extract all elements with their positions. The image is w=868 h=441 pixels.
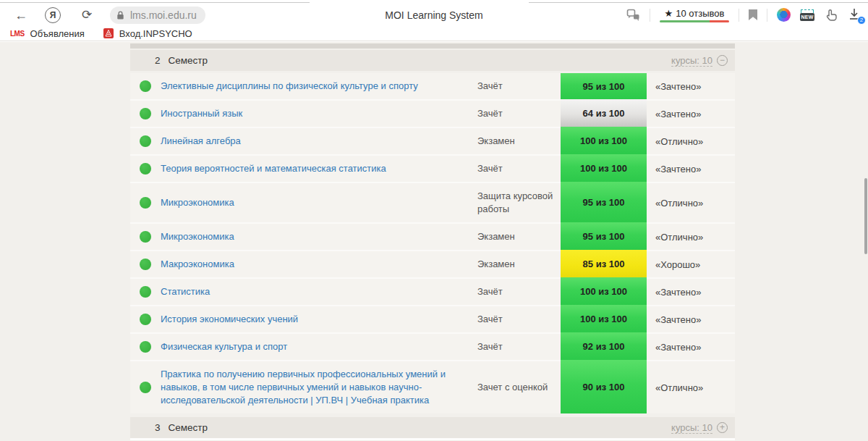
exam-type: Зачёт — [477, 279, 561, 305]
course-row: Физическая культура и спорт Зачёт 92 из … — [130, 334, 735, 360]
semester-title: Семестр — [169, 55, 208, 66]
exam-type: Экзамен — [477, 224, 561, 250]
course-link[interactable]: Микроэкономика — [161, 230, 234, 243]
exam-type: Зачёт — [477, 306, 561, 332]
course-row: Микроэкономика Экзамен 95 из 100 «Отличн… — [130, 224, 735, 250]
grade-text: «Отлично» — [647, 128, 735, 154]
bookmarks-bar: LMS Объявления Вход.INPSYCHO — [0, 26, 868, 41]
course-cell: История экономических учений — [161, 306, 477, 332]
course-link[interactable]: Теория вероятностей и математическая ста… — [161, 162, 386, 175]
course-cell: Линейная алгебра — [161, 128, 477, 154]
course-row: Макроэкономика Экзамен 85 из 100 «Хорошо… — [130, 251, 735, 277]
course-table-body: Элективные дисциплины по физической куль… — [130, 73, 735, 413]
score-badge: 100 из 100 — [561, 154, 647, 182]
course-cell: Микроэкономика — [161, 224, 477, 250]
chat-pins-icon[interactable] — [626, 9, 640, 22]
star-icon: ★ — [665, 8, 673, 19]
course-cell: Физическая культура и спорт — [161, 334, 477, 360]
bookmark-item-inpsycho[interactable]: Вход.INPSYCHO — [103, 28, 192, 39]
course-link[interactable]: Макроэкономика — [161, 258, 234, 271]
score-cell: 85 из 100 — [561, 251, 647, 277]
plus-circle-icon[interactable]: + — [717, 422, 728, 433]
scrollbar-thumb[interactable] — [864, 178, 867, 254]
course-link[interactable]: Статистика — [161, 285, 210, 298]
status-cell — [130, 156, 161, 182]
expand-section-control[interactable]: курсы: 10 + — [671, 422, 728, 434]
course-link[interactable]: Микроэкономика — [161, 196, 234, 209]
status-cell — [130, 334, 161, 360]
status-cell — [130, 128, 161, 154]
score-badge: 85 из 100 — [561, 250, 647, 277]
score-cell: 100 из 100 — [561, 279, 647, 305]
bookmark-label: Вход.INPSYCHO — [119, 28, 192, 39]
section-header-semester-2: 2 Семестр курсы: 10 − — [130, 50, 735, 71]
course-row: Элективные дисциплины по физической куль… — [130, 73, 735, 99]
course-link[interactable]: Линейная алгебра — [161, 135, 241, 148]
semester-title: Семестр — [169, 422, 208, 433]
status-cell — [130, 73, 161, 99]
exam-type: Зачёт — [477, 334, 561, 360]
screenshot-extension-icon[interactable]: NEW — [800, 9, 814, 21]
score-badge: 95 из 100 — [561, 222, 647, 250]
new-badge: NEW — [800, 13, 814, 21]
status-cell — [130, 101, 161, 127]
grade-text: «Отлично» — [647, 224, 735, 250]
yandex-logo-icon[interactable]: Я — [45, 7, 61, 23]
browser-toolbar: ← Я ⟳ lms.moi.edu.ru MOI Learning System… — [0, 4, 868, 26]
lms-favicon: LMS — [10, 30, 25, 38]
minus-circle-icon[interactable]: − — [717, 55, 728, 66]
status-dot-icon — [140, 259, 151, 270]
grade-text: «Зачтено» — [647, 279, 735, 305]
status-cell — [130, 183, 161, 222]
back-button[interactable]: ← — [10, 9, 32, 22]
course-link[interactable]: История экономических учений — [161, 313, 298, 326]
score-cell: 100 из 100 — [561, 156, 647, 182]
course-row: Статистика Зачёт 100 из 100 «Зачтено» — [130, 279, 735, 305]
status-dot-icon — [140, 286, 151, 298]
status-dot-icon — [140, 108, 151, 119]
course-cell: Практика по получению первичных професси… — [161, 361, 477, 413]
exam-type: Зачёт — [477, 156, 561, 182]
course-link[interactable]: Элективные дисциплины по физической куль… — [161, 80, 418, 93]
status-dot-icon — [140, 135, 151, 147]
collapse-section-control[interactable]: курсы: 10 − — [671, 55, 728, 67]
courses-count-link[interactable]: курсы: 10 — [671, 422, 712, 434]
grade-text: «Зачтено» — [647, 156, 735, 182]
status-cell — [130, 279, 161, 305]
site-rating[interactable]: ★ 10 отзывов — [660, 8, 729, 22]
glove-icon[interactable] — [824, 8, 838, 22]
bookmark-item-announcements[interactable]: LMS Объявления — [10, 28, 85, 39]
exam-type: Зачёт — [477, 73, 561, 99]
score-cell: 92 из 100 — [561, 334, 647, 360]
semester-number: 3 — [155, 422, 161, 433]
status-cell — [130, 361, 161, 413]
inpsycho-favicon — [103, 28, 114, 38]
score-badge: 100 из 100 — [561, 127, 647, 154]
score-cell: 64 из 100 — [561, 101, 647, 127]
grade-text: «Зачтено» — [647, 306, 735, 332]
course-link[interactable]: Физическая культура и спорт — [161, 340, 287, 353]
course-link[interactable]: Практика по получению первичных професси… — [161, 368, 464, 407]
score-badge: 90 из 100 — [561, 360, 647, 413]
bookmark-flag-icon[interactable] — [749, 9, 757, 20]
score-cell: 95 из 100 — [561, 224, 647, 250]
divider — [767, 9, 767, 22]
score-badge: 92 из 100 — [561, 332, 647, 360]
semester-number: 2 — [155, 55, 161, 66]
extension-circle-icon[interactable] — [777, 8, 791, 22]
courses-count-link[interactable]: курсы: 10 — [671, 55, 712, 67]
table-bottom-edge — [130, 438, 735, 440]
score-badge: 64 из 100 — [561, 99, 647, 127]
course-link[interactable]: Иностранный язык — [161, 107, 242, 120]
grade-text: «Отлично» — [647, 183, 735, 222]
course-row: Иностранный язык Зачёт 64 из 100 «Зачтен… — [130, 101, 735, 127]
lock-icon — [116, 10, 125, 20]
status-dot-icon — [140, 80, 151, 92]
tab-edge-left — [0, 2, 310, 3]
exam-type: Экзамен — [477, 251, 561, 277]
course-cell: Элективные дисциплины по физической куль… — [161, 73, 477, 99]
refresh-button[interactable]: ⟳ — [77, 9, 97, 21]
download-icon[interactable]: 2 — [848, 7, 862, 23]
bookmark-label: Объявления — [30, 28, 85, 39]
address-bar[interactable]: lms.moi.edu.ru — [110, 7, 205, 24]
